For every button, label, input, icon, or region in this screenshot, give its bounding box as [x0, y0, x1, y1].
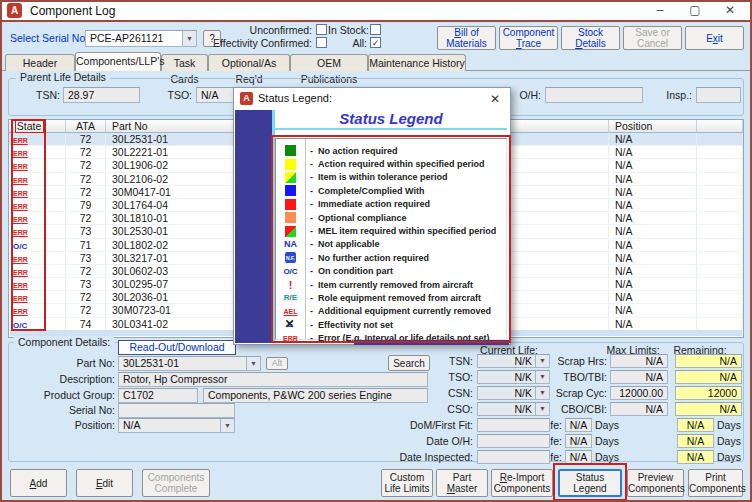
legend-entry-label: Item currently removed from aircraft	[318, 280, 473, 290]
state-cell: ERR	[9, 133, 46, 145]
edit-button[interactable]: Edit	[76, 469, 133, 497]
oc-badge-icon: O/C	[276, 267, 305, 276]
all-checkbox[interactable]: ✓	[370, 37, 381, 48]
serial-combobox[interactable]: PCE-AP261121 ▼	[85, 30, 197, 47]
close-icon[interactable]: ✕	[715, 0, 745, 21]
search-button[interactable]: Search	[388, 355, 430, 371]
component-trace-button[interactable]: ComponentTrace	[499, 26, 558, 50]
dateinspected-field[interactable]	[477, 450, 550, 464]
tab-optional-as-req-d[interactable]: Optional/As Req'd	[208, 54, 290, 71]
column-header-blank5[interactable]	[697, 120, 743, 132]
scraplife-remaining-field: N/A	[677, 418, 714, 432]
insplife-max-field[interactable]: N/A	[565, 450, 592, 464]
window-title: Component Log	[30, 4, 115, 18]
scraplife-days-unit: Days	[595, 418, 619, 432]
chevron-down-icon[interactable]: ▼	[220, 419, 234, 432]
unconfirmed-checkbox[interactable]	[316, 24, 327, 35]
parent-tsn-field[interactable]: 28.97	[63, 87, 140, 103]
blank-cell	[46, 199, 66, 211]
position-combobox[interactable]: N/A ▼	[118, 418, 235, 433]
position-cell: N/A	[609, 291, 697, 303]
checkbox-label: All:	[328, 36, 367, 50]
scraphrs-max-field[interactable]: N/A	[610, 354, 668, 368]
serial-no-field[interactable]	[118, 403, 235, 418]
column-header-ata[interactable]: ATA	[66, 120, 106, 132]
cbocbi-max-field[interactable]: N/A	[610, 402, 668, 416]
trailing-cell	[697, 252, 743, 264]
green-swatch-icon	[276, 145, 305, 156]
dialog-titlebar[interactable]: A Status Legend: ✕	[234, 88, 510, 110]
add-button[interactable]: Add	[10, 469, 67, 497]
cbocbi-remaining-field: N/A	[675, 402, 742, 416]
blank-cell	[46, 252, 66, 264]
status-legend-button[interactable]: StatusLegend	[558, 469, 622, 497]
trailing-cell	[697, 133, 743, 145]
maximize-icon[interactable]: ▢	[680, 0, 710, 21]
tab-header-details[interactable]: Header Details	[5, 54, 75, 71]
scraplife-max-field[interactable]: N/A	[565, 418, 592, 432]
tab-task-cards[interactable]: Task Cards	[161, 54, 208, 71]
blank-cell	[46, 265, 66, 277]
position-cell: N/A	[609, 239, 697, 251]
legend-dash: -	[305, 159, 318, 169]
legend-dash: -	[305, 333, 318, 343]
domfirstfit-field[interactable]	[477, 418, 550, 432]
legend-entry: !-Item currently removed from aircraft	[276, 278, 506, 291]
preview-components-button[interactable]: PreviewComponents	[627, 469, 684, 497]
scrapcyc-max-field[interactable]: 12000.00	[610, 386, 668, 400]
billof-materials-button[interactable]: Bill ofMaterials	[437, 26, 496, 50]
tab-maintenance-history[interactable]: Maintenance History	[368, 54, 466, 71]
chevron-down-icon[interactable]: ▼	[182, 31, 196, 46]
ata-cell: 72	[66, 212, 106, 224]
stock-details-button[interactable]: StockDetails	[561, 26, 620, 50]
orange-swatch-icon	[276, 212, 305, 223]
position-cell: N/A	[609, 133, 697, 145]
ata-cell: 73	[66, 252, 106, 264]
tbotbi-max-field[interactable]: N/A	[610, 370, 668, 384]
custom-lifelimits-button[interactable]: CustomLife Limits	[381, 469, 433, 497]
tolerance-swatch-icon	[276, 172, 305, 183]
tab-components-llp-s[interactable]: Components/LLP's	[75, 52, 161, 71]
mel-swatch-icon	[276, 226, 305, 237]
position-cell: N/A	[609, 225, 697, 237]
product-group-code-field[interactable]: C1702	[118, 388, 198, 403]
tab-oem-publications[interactable]: OEM Publications	[290, 54, 368, 71]
current-csn-label: CSN:	[433, 386, 473, 400]
exit-button[interactable]: Exit	[685, 26, 744, 50]
chevron-down-icon[interactable]: ▼	[246, 357, 260, 370]
instock-checkbox[interactable]	[370, 24, 381, 35]
effectivityconfirmed-checkbox[interactable]	[316, 37, 327, 48]
parent-insp-field[interactable]	[696, 87, 741, 103]
dateoh-field[interactable]	[477, 434, 550, 448]
read-out-download-link[interactable]: Read-Out/Download	[118, 340, 236, 355]
legend-dash: -	[305, 266, 318, 276]
re-import-components-button[interactable]: Re-ImportComponents	[491, 469, 553, 497]
window-titlebar[interactable]: A Component Log –▢✕	[0, 0, 752, 22]
dateoh-label: Date O/H:	[373, 434, 473, 448]
column-header-position[interactable]: Position	[609, 120, 697, 132]
column-header-state[interactable]: State	[9, 120, 46, 132]
parent-oh-field[interactable]	[545, 87, 643, 103]
ata-cell: 72	[66, 173, 106, 185]
description-field[interactable]: Rotor, Hp Compressor	[118, 372, 428, 387]
ata-cell: 72	[66, 186, 106, 198]
blank-cell	[46, 304, 66, 316]
part-master-button[interactable]: PartMaster	[436, 469, 488, 497]
legend-entry-label: No further action required	[318, 253, 429, 263]
position-cell: N/A	[609, 212, 697, 224]
ohlife-max-field[interactable]: N/A	[565, 434, 592, 448]
blank-cell	[46, 133, 66, 145]
position-cell: N/A	[609, 304, 697, 316]
product-group-name-field[interactable]: Components, P&WC 200 series Engine	[203, 388, 428, 403]
legend-entry-label: Item is within tolerance period	[318, 172, 448, 182]
legend-entry: -Item is within tolerance period	[276, 171, 506, 184]
close-icon[interactable]: ✕	[486, 91, 504, 107]
print-components-button[interactable]: PrintComponents	[688, 469, 743, 497]
blank-cell	[46, 291, 66, 303]
column-header-blank1[interactable]	[46, 120, 66, 132]
legend-entry-label: MEL item required within specified perio…	[318, 226, 496, 236]
part-no-combobox[interactable]: 30L2531-01 ▼	[118, 356, 261, 371]
part-no-label: Part No:	[15, 356, 115, 370]
minimize-icon[interactable]: –	[645, 0, 675, 21]
legend-entry-label: Effectivity not set	[318, 320, 393, 330]
